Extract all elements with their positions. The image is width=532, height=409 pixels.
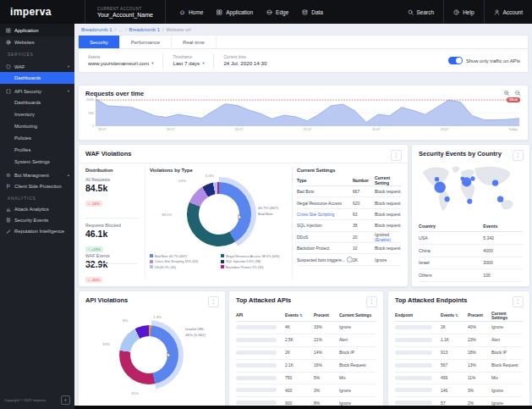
account-switcher[interactable]: CURRENT ACCOUNT Your_Account_Name: [85, 0, 166, 24]
violations-by-type-donut[interactable]: 38.5% 10% 5.6% 40.7% (667) Bad Bots: [150, 177, 292, 253]
violations-by-type-heading: Violations by Type: [150, 168, 193, 173]
enable-link[interactable]: (Enable): [375, 237, 391, 242]
cell-percent: 33%: [314, 325, 339, 329]
nav-help-button[interactable]: Help: [443, 0, 483, 24]
api-violations-donut[interactable]: 1.3% 8% 15% 31% Invalid URL 46% (5,342): [90, 313, 217, 401]
divider: [85, 263, 138, 264]
nav-item-data[interactable]: Data: [302, 9, 323, 15]
sidebar-item-client-side-protection[interactable]: Client Side Protection: [0, 180, 74, 191]
sidebar-item-reputation-intelligence[interactable]: Reputation Intelligence: [0, 225, 74, 236]
y-axis-tick: 0: [92, 124, 94, 128]
cell-percent: 11%: [468, 376, 491, 380]
zoom-in-icon[interactable]: [503, 90, 510, 97]
cell-type: DDoS: [297, 235, 353, 240]
sidebar-item-security-events[interactable]: Security Events: [0, 214, 74, 225]
tab-performance[interactable]: Performance: [120, 36, 172, 48]
timeframe-select[interactable]: Last 7 days▾: [173, 60, 204, 66]
donut-tooltip: Invalid URL 46% (5,342): [185, 327, 206, 338]
settings-row-illegal-resource-access: Illegal Resource Access620Block request: [297, 197, 401, 208]
donut-tooltip: 40.7% (667) Bad Bots: [258, 206, 278, 217]
sidebar-item-bot-managment[interactable]: Bot Managment▴: [0, 169, 74, 180]
legend-swatch: [150, 260, 153, 263]
breadcrumb-item[interactable]: Breadcrumb 1: [81, 27, 112, 32]
cell-setting: Ignore: [491, 325, 523, 329]
stat-delta-badge: ↑ +22%: [85, 246, 103, 252]
chevron-down-icon: ▾: [202, 61, 204, 65]
sidebar-item-api-security[interactable]: API Security▾: [0, 86, 74, 97]
name-placeholder-bar: [395, 351, 432, 355]
cell-type: Cross-Site Scripting: [297, 212, 353, 217]
sidebar-item-system-settings[interactable]: System Settings: [0, 156, 74, 168]
cell-setting: Mix: [339, 376, 376, 380]
sidebar-item-application[interactable]: Application: [0, 24, 74, 36]
breadcrumb-item[interactable]: Breadcrumb 1: [129, 27, 160, 32]
sidebar-collapse-button[interactable]: ‹: [61, 395, 70, 405]
kebab-menu-icon[interactable]: ⋮: [513, 150, 524, 161]
nav-item-home[interactable]: Home: [179, 9, 203, 15]
nav-account-button[interactable]: Account: [484, 0, 532, 24]
stat-label: All Requests: [85, 177, 138, 182]
table-header-row: TypeNumberCurrent Setting: [297, 175, 401, 186]
info-icon[interactable]: i: [347, 257, 353, 263]
client-side-protection-icon: [6, 184, 11, 189]
sidebar-item-websites[interactable]: Websites: [0, 36, 74, 47]
requests-area-chart[interactable]: 100K50K0: [96, 97, 519, 126]
cell-events: 750: [285, 376, 314, 380]
account-icon: [494, 9, 500, 15]
cell-setting: Ignore: [339, 389, 376, 393]
sidebar-item-policies[interactable]: Policies: [0, 132, 74, 144]
settings-row-ddos: DDoS20Ignored (Enable): [297, 232, 401, 243]
type-link[interactable]: Cross-Site Scripting: [297, 212, 334, 217]
nav-item-edge[interactable]: Edge: [266, 9, 288, 15]
cell-setting: Ignore: [339, 325, 376, 329]
assets-select[interactable]: www.yoursitenameurl.com▾: [88, 60, 153, 66]
kebab-menu-icon[interactable]: ⋮: [391, 150, 402, 161]
name-placeholder-bar: [236, 338, 277, 342]
nav-search-button[interactable]: Search: [398, 0, 444, 24]
table-row: 49911%Mix: [395, 373, 523, 385]
sort-icon[interactable]: ⇅: [299, 313, 303, 318]
current-settings-table: TypeNumberCurrent SettingBad Bots667Bloc…: [297, 175, 401, 266]
name-placeholder-bar: [236, 376, 277, 380]
cell-setting: Block IP: [339, 351, 376, 355]
top-navbar: imperva CURRENT ACCOUNT Your_Account_Nam…: [0, 0, 532, 24]
table-row: 1.1K23%Alert: [395, 334, 523, 347]
sidebar-item-profiles[interactable]: Profiles: [0, 144, 74, 156]
cell-events: 1.1K: [441, 338, 468, 342]
tab-bar: SecurityPerformanceReal-time: [78, 35, 529, 48]
nav-item-application[interactable]: Application: [217, 9, 253, 15]
cell-events: 2.1K: [285, 363, 314, 368]
sidebar-item-waf[interactable]: WAF▾: [0, 61, 74, 72]
cell-setting: Block request: [375, 201, 401, 206]
donut-callout: 1.3%: [153, 315, 162, 319]
tab-real-time[interactable]: Real-time: [172, 36, 217, 48]
table-row: 4K33%Ignore: [236, 322, 376, 334]
sidebar-item-dashboards[interactable]: Dashboards: [0, 97, 74, 108]
cell-events: 499: [441, 376, 468, 380]
tab-security[interactable]: Security: [79, 36, 120, 48]
copyright-text: Copyright © 2021 Imperva: [4, 398, 46, 402]
cell-percent: 21%: [314, 338, 339, 342]
show-api-traffic-toggle[interactable]: [448, 57, 463, 64]
y-axis-tick: 50K: [88, 112, 94, 115]
cell-events: 2K: [441, 325, 468, 329]
requests-over-time-panel: Requests over time 100K50K0 18.0719.0720…: [78, 85, 529, 141]
name-placeholder-bar: [236, 363, 277, 368]
kebab-menu-icon[interactable]: ⋮: [208, 296, 219, 307]
cell-name-placeholder: [236, 351, 285, 356]
cell-setting: Block request: [375, 212, 401, 217]
kebab-menu-icon[interactable]: ⋮: [366, 296, 377, 307]
cell-country: Israel: [419, 260, 483, 265]
sort-icon[interactable]: ⇅: [455, 313, 458, 318]
sidebar-item-monitoring[interactable]: Monitoring: [0, 120, 74, 132]
zoom-out-icon[interactable]: [514, 90, 521, 97]
filter-bar: Assets www.yoursitenameurl.com▾ Timefram…: [78, 48, 529, 73]
sidebar-item-inventory[interactable]: Inventory: [0, 108, 74, 120]
current-time: Current time 24 Jul, 2020 14:30: [213, 53, 276, 69]
sidebar-item-dashboards[interactable]: Dashboards: [0, 72, 74, 84]
stat-value: 46.1k: [85, 229, 138, 239]
home-icon: [179, 9, 185, 15]
search-icon: [408, 9, 414, 15]
kebab-menu-icon[interactable]: ⋮: [513, 296, 524, 307]
sidebar-item-attack-analytics[interactable]: Attack Analytics: [0, 203, 74, 214]
